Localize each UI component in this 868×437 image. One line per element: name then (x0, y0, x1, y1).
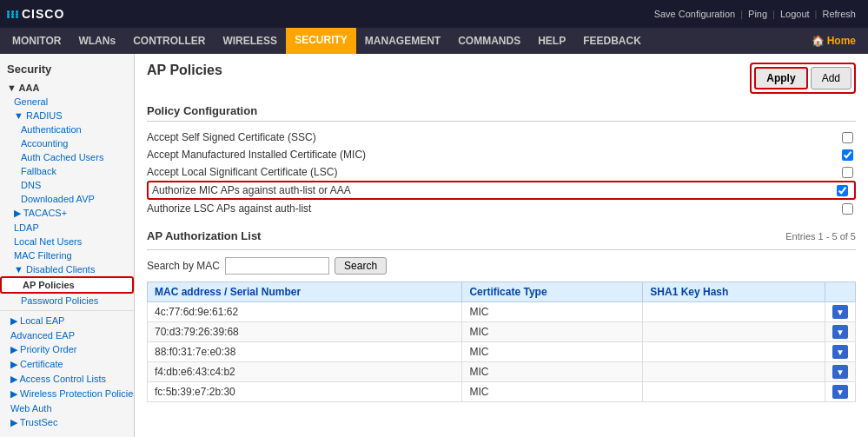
cell-cert: MIC (462, 322, 643, 342)
sidebar-item-accounting[interactable]: Accounting (0, 136, 134, 150)
policy-check-lsc[interactable] (838, 167, 856, 178)
cell-sha1 (643, 322, 825, 342)
checkbox-ssc[interactable] (842, 132, 853, 143)
policy-check-authorize-mic[interactable] (833, 185, 851, 196)
cell-cert: MIC (462, 362, 643, 382)
table-row: fc:5b:39:e7:2b:30 MIC ▼ (148, 382, 856, 402)
nav-wireless[interactable]: WIRELESS (214, 28, 286, 54)
sidebar-item-dns[interactable]: DNS (0, 178, 134, 192)
row-action-button[interactable]: ▼ (832, 345, 848, 359)
cell-sha1 (643, 342, 825, 362)
sidebar-title: Security (0, 57, 134, 81)
checkbox-lsc[interactable] (842, 167, 853, 178)
col-sha1: SHA1 Key Hash (643, 282, 825, 302)
ping-link[interactable]: Ping (743, 9, 772, 19)
nav-help[interactable]: HELP (529, 28, 574, 54)
cell-mac: fc:5b:39:e7:2b:30 (148, 382, 462, 402)
save-config-link[interactable]: Save Configuration (649, 9, 741, 19)
top-bar: CISCO Save Configuration | Ping | Logout… (0, 0, 868, 28)
cell-cert: MIC (462, 302, 643, 322)
sidebar-item-trustsec[interactable]: ▶ TrustSec (0, 415, 134, 430)
row-action-cell: ▼ (825, 302, 856, 322)
policy-label-mic: Accept Manufactured Installed Certificat… (147, 149, 838, 161)
nav-right: 🏠 Home (803, 28, 865, 54)
home-icon: 🏠 (812, 35, 825, 47)
sidebar-item-local-eap[interactable]: ▶ Local EAP (0, 314, 134, 328)
sidebar-item-acl[interactable]: ▶ Access Control Lists (0, 372, 134, 387)
nav-monitor[interactable]: MONITOR (3, 28, 70, 54)
policy-label-lsc: Accept Local Significant Certificate (LS… (147, 166, 838, 178)
cell-sha1 (643, 302, 825, 322)
sidebar-item-auth-cached[interactable]: Auth Cached Users (0, 150, 134, 164)
auth-list-title: AP Authorization List (147, 229, 261, 246)
nav-feedback[interactable]: FEEDBACK (574, 28, 650, 54)
layout: Security ▼ AAA General ▼ RADIUS Authenti… (0, 54, 868, 437)
sidebar-item-ap-policies[interactable]: AP Policies (0, 276, 134, 294)
table-row: 4c:77:6d:9e:61:62 MIC ▼ (148, 302, 856, 322)
header-buttons-wrapper: Apply Add (750, 63, 856, 94)
cell-cert: MIC (462, 382, 643, 402)
sidebar-item-advanced-eap[interactable]: Advanced EAP (0, 328, 134, 342)
checkbox-mic[interactable] (842, 149, 853, 161)
sidebar-item-general[interactable]: General (0, 95, 134, 109)
nav-wlans[interactable]: WLANs (70, 28, 124, 54)
row-action-button[interactable]: ▼ (832, 305, 848, 319)
home-link[interactable]: 🏠 Home (803, 28, 865, 54)
sidebar-item-ldap[interactable]: LDAP (0, 221, 134, 235)
top-links: Save Configuration | Ping | Logout | Ref… (649, 9, 861, 19)
cell-mac: 4c:77:6d:9e:61:62 (148, 302, 462, 322)
cell-sha1 (643, 362, 825, 382)
sidebar-aaa[interactable]: ▼ AAA (0, 81, 134, 95)
search-row: Search by MAC Search (147, 257, 856, 275)
policy-row-lsc: Accept Local Significant Certificate (LS… (147, 163, 856, 181)
entries-info: Entries 1 - 5 of 5 (785, 231, 856, 242)
policy-check-mic[interactable] (838, 149, 856, 161)
checkbox-authorize-mic[interactable] (837, 185, 848, 196)
sidebar-item-fallback[interactable]: Fallback (0, 164, 134, 178)
policy-label-ssc: Accept Self Signed Certificate (SSC) (147, 131, 838, 143)
sidebar-item-web-auth[interactable]: Web Auth (0, 401, 134, 415)
row-action-cell: ▼ (825, 382, 856, 402)
nav-bar: MONITOR WLANs CONTROLLER WIRELESS SECURI… (0, 28, 868, 54)
row-action-cell: ▼ (825, 322, 856, 342)
sidebar-item-password-policies[interactable]: Password Policies (0, 294, 134, 308)
main-content: AP Policies Apply Add Policy Configurati… (135, 54, 868, 437)
row-action-button[interactable]: ▼ (832, 365, 848, 379)
policy-label-authorize-lsc: Authorize LSC APs against auth-list (147, 202, 838, 215)
nav-security[interactable]: SECURITY (286, 28, 356, 54)
sidebar-item-certificate[interactable]: ▶ Certificate (0, 357, 134, 372)
row-action-button[interactable]: ▼ (832, 325, 848, 339)
col-mac: MAC address / Serial Number (148, 282, 462, 302)
refresh-link[interactable]: Refresh (817, 9, 861, 19)
col-cert-type: Certificate Type (462, 282, 643, 302)
nav-controller[interactable]: CONTROLLER (124, 28, 214, 54)
logout-link[interactable]: Logout (775, 9, 815, 19)
nav-commands[interactable]: COMMANDS (449, 28, 529, 54)
table-row: 88:f0:31:7e:e0:38 MIC ▼ (148, 342, 856, 362)
search-button[interactable]: Search (335, 257, 387, 275)
policy-check-authorize-lsc[interactable] (838, 203, 856, 215)
policy-check-ssc[interactable] (838, 132, 856, 143)
sidebar-item-priority-order[interactable]: ▶ Priority Order (0, 342, 134, 357)
sidebar-item-authentication[interactable]: Authentication (0, 122, 134, 136)
sidebar-item-local-net-users[interactable]: Local Net Users (0, 235, 134, 248)
auth-list-section: AP Authorization List Entries 1 - 5 of 5… (147, 229, 856, 402)
nav-management[interactable]: MANAGEMENT (356, 28, 449, 54)
row-action-cell: ▼ (825, 342, 856, 362)
page-title: AP Policies (147, 63, 222, 78)
sidebar-item-disabled-clients[interactable]: ▼ Disabled Clients (0, 262, 134, 276)
sidebar-item-mac-filtering[interactable]: MAC Filtering (0, 248, 134, 262)
add-button[interactable]: Add (811, 67, 851, 89)
sidebar-item-wireless-protection[interactable]: ▶ Wireless Protection Policies (0, 387, 134, 401)
search-label: Search by MAC (147, 260, 220, 272)
sidebar: Security ▼ AAA General ▼ RADIUS Authenti… (0, 54, 135, 437)
cell-mac: 88:f0:31:7e:e0:38 (148, 342, 462, 362)
sidebar-item-radius[interactable]: ▼ RADIUS (0, 109, 134, 122)
page-header: AP Policies Apply Add (147, 63, 856, 94)
search-input[interactable] (225, 257, 329, 275)
checkbox-authorize-lsc[interactable] (842, 203, 853, 215)
row-action-button[interactable]: ▼ (832, 385, 848, 399)
sidebar-item-tacacs[interactable]: ▶ TACACS+ (0, 206, 134, 221)
apply-button[interactable]: Apply (754, 67, 807, 89)
sidebar-item-downloaded-avp[interactable]: Downloaded AVP (0, 192, 134, 206)
